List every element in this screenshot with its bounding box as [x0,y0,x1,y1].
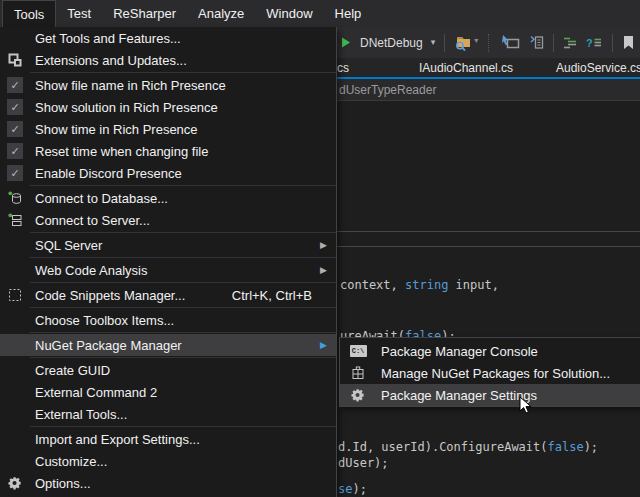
svg-text:?: ? [586,37,593,49]
menu-item-get-tools-and-features[interactable]: Get Tools and Features... [0,27,336,49]
menu-separator [30,282,336,283]
menu-item-label: Choose Toolbox Items... [30,313,174,328]
tab-iaudiochannel-cs[interactable]: IAudioChannel.cs [419,58,513,77]
copy-structure-icon[interactable] [527,35,544,50]
menu-item-label: Package Manager Console [376,344,538,359]
menubar-item-test[interactable]: Test [56,0,102,27]
menu-bar: ToolsTestReSharperAnalyzeWindowHelp [0,0,640,27]
menu-item-reset-time-when-changing-file[interactable]: ✓Reset time when changing file [0,140,336,162]
code-text: input, [448,278,499,292]
menu-separator [30,72,336,73]
check-icon: ✓ [0,165,30,181]
check-icon: ✓ [7,143,23,159]
menubar-item-resharper[interactable]: ReSharper [102,0,187,27]
menu-item-external-command-2[interactable]: External Command 2 [0,381,336,403]
menu-item-import-and-export-settings[interactable]: Import and Export Settings... [0,428,336,450]
menu-item-connect-to-database[interactable]: Connect to Database... [0,187,336,209]
menu-item-label: Extensions and Updates... [30,53,187,68]
menu-separator [30,357,336,358]
menu-item-enable-discord-presence[interactable]: ✓Enable Discord Presence [0,162,336,184]
check-icon: ✓ [7,77,23,93]
menu-item-external-tools[interactable]: External Tools... [0,403,336,425]
tab-cs[interactable]: cs [337,58,349,77]
check-icon: ✓ [7,121,23,137]
tab-audioservice-cs[interactable]: AudioService.cs [556,58,640,77]
submenu-arrow-icon: ▶ [320,265,336,275]
menu-item-create-guid[interactable]: Create GUID [0,359,336,381]
check-icon: ✓ [7,99,23,115]
code-keyword: false [548,440,584,454]
submenu-item-package-manager-settings[interactable]: Package Manager Settings [340,384,640,406]
menu-separator [30,257,336,258]
toolbar-separator [444,34,445,52]
menu-item-choose-toolbox-items[interactable]: Choose Toolbox Items... [0,309,336,331]
database-icon [0,191,30,206]
menu-item-label: Show solution in Rich Presence [30,100,218,115]
editor-divider-line [337,246,640,247]
menu-item-label: Show file name in Rich Presence [30,78,226,93]
menubar-item-tools[interactable]: Tools [2,0,56,27]
check-icon: ✓ [0,121,30,137]
code-text: d.Id, userId).ConfigureAwait( [338,440,548,454]
menu-item-sql-server[interactable]: SQL Server▶ [0,234,336,256]
run-play-icon[interactable] [340,36,352,49]
dropdown-caret-icon[interactable]: ▾ [431,38,436,47]
gear-icon [340,388,376,402]
gear-icon [0,476,30,490]
menu-item-show-time-in-rich-presence[interactable]: ✓Show time in Rich Presence [0,118,336,140]
menu-separator [30,426,336,427]
menubar-item-window[interactable]: Window [255,0,323,27]
menu-item-label: Connect to Database... [30,191,168,206]
toolbar-grip[interactable] [488,34,492,52]
menu-item-label: Get Tools and Features... [30,31,181,46]
bookmark-icon[interactable] [622,35,635,50]
format-indent-icon[interactable] [563,36,579,50]
menubar-item-analyze[interactable]: Analyze [187,0,255,27]
check-icon: ✓ [0,77,30,93]
code-keyword: string [405,278,448,292]
menu-item-show-file-name-in-rich-presence[interactable]: ✓Show file name in Rich Presence [0,74,336,96]
server-icon [0,213,30,228]
menu-item-label: External Tools... [30,407,127,422]
menu-item-options[interactable]: Options... [0,472,336,494]
submenu-arrow-icon: ▶ [320,340,336,350]
menu-item-customize[interactable]: Customize... [0,450,336,472]
submenu-arrow-icon: ▶ [320,240,336,250]
menu-item-label: Create GUID [30,363,110,378]
submenu-item-package-manager-console[interactable]: C:\Package Manager Console [340,340,640,362]
menu-item-code-snippets-manager[interactable]: Code Snippets Manager...Ctrl+K, Ctrl+B [0,284,336,306]
toolbar-separator [612,34,613,52]
run-target-label[interactable]: DNetDebug [360,36,423,50]
toolbar-separator [553,34,554,52]
menu-item-label: SQL Server [30,238,102,253]
code-line-0: context, string input, [340,277,499,293]
menu-item-label: Show time in Rich Presence [30,122,198,137]
menubar-item-help[interactable]: Help [324,0,373,27]
menu-item-label: Customize... [30,454,107,469]
menu-separator [30,185,336,186]
question-lines-icon[interactable]: ? [586,36,603,50]
menu-item-connect-to-server[interactable]: Connect to Server... [0,209,336,231]
menu-item-label: Enable Discord Presence [30,166,182,181]
find-in-files-icon[interactable] [454,34,472,51]
menu-item-label: Package Manager Settings [376,388,537,403]
nuget-manage-icon [340,366,376,380]
tools-menu: Get Tools and Features...Extensions and … [0,27,337,497]
menu-separator [30,307,336,308]
code-text: ); [352,482,366,496]
menu-item-show-solution-in-rich-presence[interactable]: ✓Show solution in Rich Presence [0,96,336,118]
menu-item-nuget-package-manager[interactable]: NuGet Package Manager▶ [0,334,336,356]
code-text: ); [584,440,598,454]
check-icon: ✓ [0,99,30,115]
code-line-2: d.Id, userId).ConfigureAwait(false); [338,439,598,455]
editor-divider-line [337,231,640,232]
menu-item-extensions-and-updates[interactable]: Extensions and Updates... [0,49,336,71]
nuget-submenu: C:\Package Manager ConsoleManage NuGet P… [339,337,640,407]
code-keyword: se [338,482,352,496]
toolbar: DNetDebug▾▾? [337,27,640,58]
pointer-frame-icon[interactable] [501,35,520,50]
menu-item-web-code-analysis[interactable]: Web Code Analysis▶ [0,259,336,281]
submenu-item-manage-nuget-packages-for-solution[interactable]: Manage NuGet Packages for Solution... [340,362,640,384]
menu-item-label: External Command 2 [30,385,157,400]
code-text: dUser); [338,456,389,470]
